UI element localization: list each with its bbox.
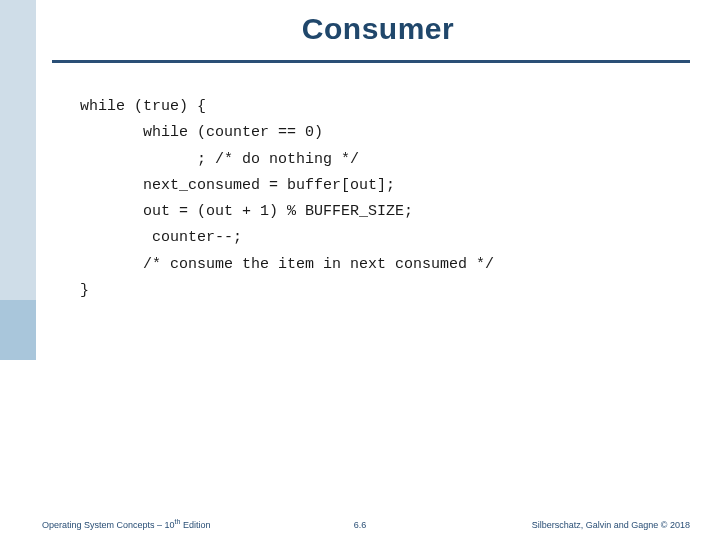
code-line: ; /* do nothing */ — [80, 151, 359, 168]
code-line: /* consume the item in next consumed */ — [80, 256, 494, 273]
footer: Operating System Concepts – 10th Edition… — [0, 512, 720, 530]
code-line: next_consumed = buffer[out]; — [80, 177, 395, 194]
sidebar-block-light — [0, 0, 36, 300]
code-line: while (counter == 0) — [80, 124, 323, 141]
code-line: counter--; — [80, 229, 242, 246]
code-block: while (true) { while (counter == 0) ; /*… — [80, 94, 690, 304]
title-container: Consumer — [36, 12, 720, 46]
code-line: while (true) { — [80, 98, 206, 115]
sidebar-block-medium — [0, 300, 36, 360]
footer-right: Silberschatz, Galvin and Gagne © 2018 — [532, 520, 690, 530]
slide-title: Consumer — [36, 12, 720, 46]
sidebar-decoration — [0, 0, 36, 540]
code-line: } — [80, 282, 89, 299]
title-underline — [52, 60, 690, 63]
code-line: out = (out + 1) % BUFFER_SIZE; — [80, 203, 413, 220]
slide: Consumer while (true) { while (counter =… — [0, 0, 720, 540]
